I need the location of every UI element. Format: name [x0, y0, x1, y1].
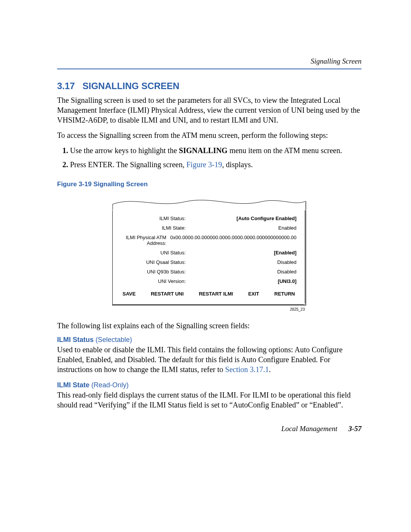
row-ilmi-status: ILMI Status: [Auto Configure Enabled]	[121, 216, 296, 221]
label-uni-qsaal: UNI Qsaal Status:	[121, 259, 188, 265]
step-2-post: , displays.	[222, 160, 253, 169]
value-ilmi-state: Enabled	[188, 225, 296, 231]
ilmi-status-desc-post: .	[269, 365, 271, 374]
row-uni-version: UNI Version: [UNI3.0]	[121, 278, 296, 284]
action-exit: EXIT	[248, 291, 259, 297]
label-ilmi-state: ILMI State:	[121, 225, 188, 231]
row-ilmi-state: ILMI State: Enabled	[121, 225, 296, 231]
step-1-post: menu item on the ATM menu screen.	[228, 146, 342, 155]
figure-ref-link[interactable]: Figure 3-19	[186, 160, 222, 169]
label-uni-version: UNI Version:	[121, 278, 188, 284]
after-figure-paragraph: The following list explains each of the …	[57, 321, 362, 331]
terminal-box: ILMI Status: [Auto Configure Enabled] IL…	[112, 210, 306, 306]
section-title: SIGNALLING SCREEN	[83, 81, 180, 91]
value-uni-qsaal: Disabled	[188, 259, 296, 265]
row-uni-qsaal: UNI Qsaal Status: Disabled	[121, 259, 296, 265]
row-uni-status: UNI Status: [Enabled]	[121, 250, 296, 256]
running-header: Signalling Screen	[57, 57, 362, 66]
figure-caption: Figure 3-19 Signalling Screen	[57, 181, 362, 188]
steps-list: Use the arrow keys to highlight the SIGN…	[57, 145, 362, 170]
section-heading: 3.17 SIGNALLING SCREEN	[57, 81, 362, 91]
torn-edge-icon	[112, 195, 306, 210]
value-uni-q93b: Disabled	[188, 269, 296, 275]
section-ref-link[interactable]: Section 3.17.1	[225, 365, 269, 374]
figure-art-id: 2825_23	[112, 307, 306, 312]
action-restart-ilmi: RESTART ILMI	[199, 291, 233, 297]
action-restart-uni: RESTART UNI	[151, 291, 183, 297]
action-bar: SAVE RESTART UNI RESTART ILMI EXIT RETUR…	[121, 291, 296, 297]
value-ilmi-status: [Auto Configure Enabled]	[188, 216, 296, 221]
value-ilmi-addr: 0x00.0000.00.000000.0000.0000.0000.00000…	[169, 235, 296, 240]
field-name-ilmi-state: ILMI State	[57, 381, 89, 389]
step-1-bold: SIGNALLING	[179, 146, 228, 155]
section-number: 3.17	[57, 81, 75, 91]
step-2-pre: Press ENTER. The Signalling screen,	[70, 160, 186, 169]
field-tag-ilmi-status: (Selectable)	[96, 336, 132, 343]
field-tag-ilmi-state: (Read-Only)	[91, 381, 129, 389]
label-uni-status: UNI Status:	[121, 250, 188, 256]
step-1: Use the arrow keys to highlight the SIGN…	[70, 145, 362, 156]
label-ilmi-status: ILMI Status:	[121, 216, 188, 221]
step-1-pre: Use the arrow keys to highlight the	[70, 146, 179, 155]
field-name-ilmi-status: ILMI Status	[57, 336, 94, 343]
value-uni-version: [UNI3.0]	[188, 278, 296, 284]
value-uni-status: [Enabled]	[188, 250, 296, 256]
label-uni-q93b: UNI Q93b Status:	[121, 269, 188, 275]
field-desc-ilmi-state: This read-only field displays the curren…	[57, 390, 362, 410]
page-footer: Local Management 3-57	[281, 425, 362, 433]
action-return: RETURN	[274, 291, 295, 297]
field-head-ilmi-status: ILMI Status (Selectable)	[57, 336, 362, 344]
field-desc-ilmi-status: Used to enable or disable the ILMI. This…	[57, 345, 362, 374]
figure-wrap: ILMI Status: [Auto Configure Enabled] IL…	[112, 195, 306, 312]
row-uni-q93b: UNI Q93b Status: Disabled	[121, 269, 296, 275]
footer-page-number: 3-57	[348, 425, 362, 433]
ilmi-status-desc-pre: Used to enable or disable the ILMI. This…	[57, 345, 342, 374]
header-rule	[57, 69, 362, 69]
access-paragraph: To access the Signalling screen from the…	[57, 130, 362, 140]
field-head-ilmi-state: ILMI State (Read-Only)	[57, 381, 362, 389]
step-2: Press ENTER. The Signalling screen, Figu…	[70, 160, 362, 170]
action-save: SAVE	[123, 291, 135, 297]
label-ilmi-addr: ILMI Physical ATM Address:	[121, 235, 169, 246]
footer-doc-title: Local Management	[281, 425, 337, 433]
intro-paragraph: The Signalling screen is used to set the…	[57, 95, 362, 125]
row-ilmi-addr: ILMI Physical ATM Address: 0x00.0000.00.…	[121, 235, 296, 246]
